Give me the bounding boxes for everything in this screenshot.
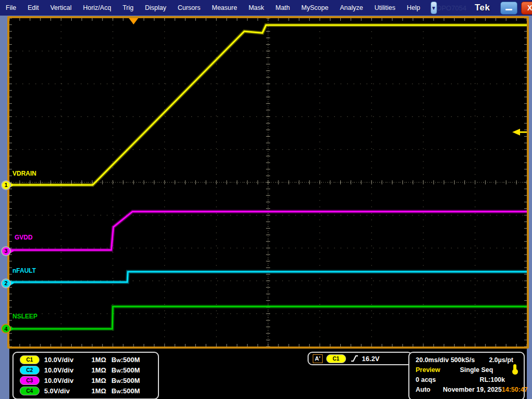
waveform-display[interactable]: GVDDnFAULTNSLEEPVDRAIN: [9, 18, 527, 347]
waveform-C3-fuzz: [9, 211, 527, 250]
channel-4-scale: 5.0V/div: [44, 387, 70, 395]
trigger-position-icon: [129, 18, 138, 24]
datetime-row: Auto November 19, 2025 14:50:47: [409, 384, 524, 394]
readout-strip: C1 10.0V/div 1MΩBW:500M C2 10.0V/div 1MΩ…: [9, 349, 527, 399]
channel-3-readout[interactable]: C3 10.0V/div 1MΩBW:500M: [14, 375, 158, 385]
menu-math[interactable]: Math: [270, 0, 296, 16]
trigger-readout-panel[interactable]: A' C1 16.2V: [308, 352, 413, 365]
menu-trig[interactable]: Trig: [117, 0, 139, 16]
channel-2-scale: 10.0V/div: [44, 366, 73, 374]
channel-2-readout[interactable]: C2 10.0V/div 1MΩBW:500M: [14, 365, 158, 375]
waveform-label-C4: NSLEEP: [12, 313, 37, 320]
menu-vertical[interactable]: Vertical: [45, 0, 77, 16]
waveform-label-C3: GVDD: [15, 234, 33, 241]
channel-2-coupling: 1MΩBW:500M: [91, 366, 153, 374]
trigger-source-badge: C1: [326, 354, 346, 363]
waveform-svg: [9, 18, 527, 347]
waveform-C2-fuzz: [9, 272, 527, 282]
channel-1-readout[interactable]: C1 10.0V/div 1MΩBW:500M: [14, 354, 158, 365]
horizontal-readout-panel: 20.0ms/div 500kS/s 2.0µs/pt Preview Sing…: [408, 352, 525, 399]
channel-1-coupling: 1MΩBW:500M: [91, 356, 153, 364]
menu-cursors[interactable]: Cursors: [172, 0, 206, 16]
acq-count-row: 0 acqs RL:100k: [409, 375, 524, 384]
channel-4-coupling: 1MΩBW:500M: [91, 387, 153, 395]
acq-count: 0 acqs: [416, 376, 436, 383]
channel-3-coupling: 1MΩBW:500M: [91, 377, 153, 384]
model-label: DPO7054: [437, 4, 467, 12]
date-value: November 19, 2025: [443, 386, 501, 393]
acq-mode: Single Seq: [460, 366, 493, 374]
acquisition-status-row: Preview Single Seq: [409, 365, 524, 375]
sample-resolution: 2.0µs/pt: [489, 356, 513, 364]
channel-readout-panel: C1 10.0V/div 1MΩBW:500M C2 10.0V/div 1MΩ…: [12, 352, 159, 399]
record-length: RL:100k: [480, 376, 505, 383]
menu-analyze[interactable]: Analyze: [334, 0, 368, 16]
minimize-button[interactable]: [500, 2, 517, 15]
waveform-C1: [9, 25, 527, 185]
menu-horiz-acq[interactable]: Horiz/Acq: [77, 0, 117, 16]
trigger-level-value: 16.2V: [362, 355, 380, 363]
channel-3-badge[interactable]: C3: [20, 376, 39, 385]
menu-myscope[interactable]: MyScope: [296, 0, 334, 16]
waveform-label-C1: VDRAIN: [12, 170, 36, 177]
waveform-C3: [9, 211, 527, 250]
menu-edit[interactable]: Edit: [22, 0, 45, 16]
trigger-a-badge: A': [313, 354, 323, 363]
preview-status: Preview: [416, 366, 440, 374]
timebase-row: 20.0ms/div 500kS/s 2.0µs/pt: [409, 355, 524, 365]
menu-dropdown-button[interactable]: ▼: [431, 2, 437, 14]
channel-2-badge[interactable]: C2: [20, 366, 39, 375]
menu-file[interactable]: File: [0, 0, 22, 16]
tek-logo: Tek: [475, 3, 490, 13]
close-button[interactable]: X: [521, 2, 532, 15]
channel-position-marker-C1[interactable]: 1: [1, 180, 11, 190]
trigger-mode: Auto: [416, 386, 430, 393]
timebase-scale: 20.0ms/div 500kS/s: [416, 356, 475, 364]
channel-position-marker-C3[interactable]: 3: [1, 246, 11, 256]
menu-utilities[interactable]: Utilities: [369, 0, 401, 16]
channel-1-badge[interactable]: C1: [20, 355, 39, 364]
menu-mask[interactable]: Mask: [243, 0, 270, 16]
thermometer-icon: [513, 364, 516, 371]
close-icon: X: [527, 4, 532, 12]
menu-bar: File Edit Vertical Horiz/Acq Trig Displa…: [0, 0, 532, 16]
channel-4-readout[interactable]: C4 5.0V/div 1MΩBW:500M: [14, 385, 158, 396]
menu-help[interactable]: Help: [401, 0, 426, 16]
menu-display[interactable]: Display: [139, 0, 172, 16]
channel-position-marker-C2[interactable]: 2: [1, 278, 11, 288]
rising-edge-icon: [350, 354, 358, 363]
waveform-C1-fuzz: [9, 25, 527, 185]
menu-measure[interactable]: Measure: [206, 0, 243, 16]
time-value: 14:50:47: [502, 386, 528, 393]
channel-4-badge[interactable]: C4: [20, 387, 39, 395]
trigger-level-arrow-icon: [512, 129, 520, 136]
minimize-icon: [506, 9, 512, 10]
channel-3-scale: 10.0V/div: [44, 377, 73, 384]
waveform-label-C2: nFAULT: [12, 267, 36, 274]
chevron-down-icon: ▼: [431, 5, 436, 11]
titlebar-right: DPO7054 Tek X: [437, 2, 532, 15]
channel-1-scale: 10.0V/div: [44, 356, 73, 364]
